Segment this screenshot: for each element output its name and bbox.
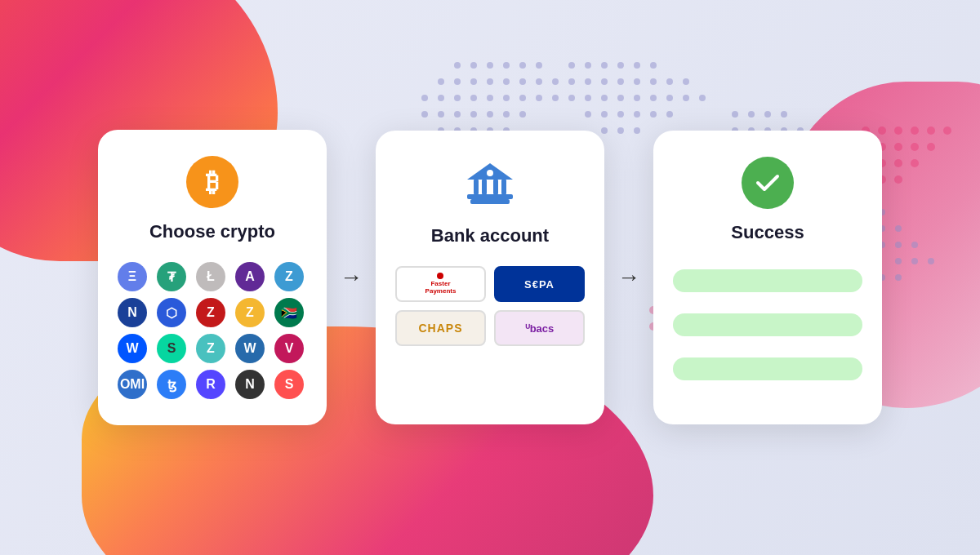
crypto-chainlink[interactable]: ⬡ bbox=[157, 298, 186, 327]
crypto-stacks[interactable]: S bbox=[274, 370, 304, 399]
bank-account-title: Bank account bbox=[431, 225, 549, 246]
bitcoin-icon: ₿ bbox=[186, 156, 238, 208]
success-bar-1 bbox=[673, 269, 862, 292]
crypto-ren[interactable]: R bbox=[196, 370, 225, 399]
success-check-icon bbox=[742, 157, 794, 209]
crypto-ethereum[interactable]: Ξ bbox=[118, 262, 147, 291]
crypto-steem[interactable]: S bbox=[157, 334, 186, 363]
bank-account-card: Bank account FasterPayments S€PA CHAPS bbox=[376, 131, 604, 424]
crypto-wanchain[interactable]: W bbox=[235, 334, 265, 363]
arrow-1: → bbox=[340, 264, 363, 291]
chaps-badge[interactable]: CHAPS bbox=[395, 310, 486, 346]
crypto-augur[interactable]: A bbox=[235, 262, 265, 291]
crypto-nuls[interactable]: N bbox=[235, 370, 265, 399]
svg-point-146 bbox=[487, 170, 493, 176]
svg-rect-144 bbox=[501, 180, 506, 194]
crypto-tezos[interactable]: ꜩ bbox=[157, 370, 186, 399]
crypto-vechain[interactable]: V bbox=[274, 334, 304, 363]
crypto-litecoin[interactable]: Ł bbox=[196, 262, 225, 291]
svg-rect-143 bbox=[493, 180, 498, 194]
crypto-nexo[interactable]: N bbox=[118, 298, 147, 327]
svg-rect-142 bbox=[482, 180, 487, 194]
steps-wrapper: ₿ Choose crypto Ξ ₮ Ł A Z N ⬡ Z Z 🇿🇦 W S… bbox=[98, 130, 882, 425]
crypto-grid: Ξ ₮ Ł A Z N ⬡ Z Z 🇿🇦 W S Z W V OMI ꜩ bbox=[118, 262, 307, 399]
success-card: Success bbox=[653, 131, 882, 424]
faster-payments-badge[interactable]: FasterPayments bbox=[395, 266, 486, 302]
crypto-rand[interactable]: 🇿🇦 bbox=[274, 298, 304, 327]
crypto-ecomi[interactable]: OMI bbox=[118, 370, 147, 399]
bacs-badge[interactable]: ᵁbacs bbox=[494, 310, 585, 346]
bank-icon bbox=[464, 157, 516, 212]
payment-grid: FasterPayments S€PA CHAPS ᵁbacs bbox=[395, 266, 585, 346]
svg-rect-141 bbox=[474, 180, 479, 194]
main-content: ₿ Choose crypto Ξ ₮ Ł A Z N ⬡ Z Z 🇿🇦 W S… bbox=[0, 0, 980, 555]
svg-rect-139 bbox=[470, 199, 510, 204]
success-bars bbox=[673, 263, 862, 397]
crypto-zilliqa[interactable]: Z bbox=[196, 334, 225, 363]
sepa-badge[interactable]: S€PA bbox=[494, 266, 585, 302]
choose-crypto-title: Choose crypto bbox=[149, 221, 275, 242]
crypto-zcoin[interactable]: Z bbox=[196, 298, 225, 327]
choose-crypto-card: ₿ Choose crypto Ξ ₮ Ł A Z N ⬡ Z Z 🇿🇦 W S… bbox=[98, 130, 327, 425]
success-bar-3 bbox=[673, 357, 862, 380]
arrow-2: → bbox=[617, 264, 640, 291]
crypto-tether[interactable]: ₮ bbox=[157, 262, 186, 291]
success-bar-2 bbox=[673, 313, 862, 336]
crypto-zcash[interactable]: Z bbox=[235, 298, 265, 327]
crypto-horizen[interactable]: Z bbox=[274, 262, 304, 291]
svg-rect-140 bbox=[467, 194, 513, 199]
success-title: Success bbox=[731, 222, 804, 243]
crypto-waves[interactable]: W bbox=[118, 334, 147, 363]
